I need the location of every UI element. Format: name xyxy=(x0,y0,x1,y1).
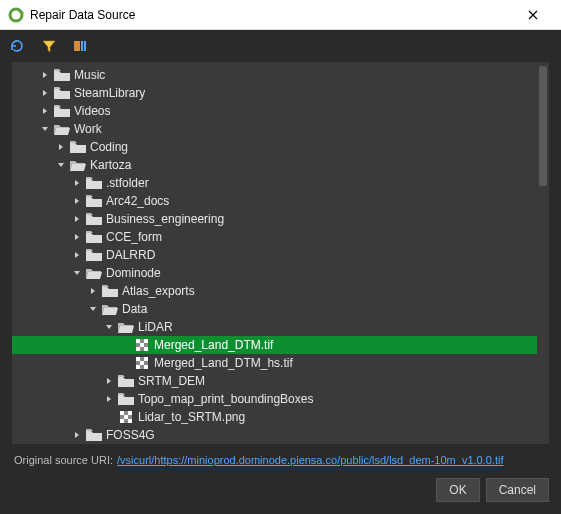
svg-rect-12 xyxy=(144,347,148,351)
svg-rect-21 xyxy=(144,365,148,369)
folder-icon xyxy=(86,176,102,190)
expand-arrow-closed-icon[interactable] xyxy=(40,70,50,80)
svg-rect-30 xyxy=(128,419,132,423)
scrollbar[interactable] xyxy=(539,66,547,440)
raster-icon xyxy=(134,356,150,370)
expand-arrow-closed-icon[interactable] xyxy=(56,142,66,152)
svg-rect-4 xyxy=(136,339,140,343)
expand-arrow-closed-icon[interactable] xyxy=(104,394,114,404)
tree-node-label: Dominode xyxy=(106,266,161,280)
expand-arrow-open-icon[interactable] xyxy=(56,160,66,170)
tree-node[interactable]: Work xyxy=(12,120,537,138)
expand-arrow-open-icon[interactable] xyxy=(72,268,82,278)
expand-arrow-closed-icon[interactable] xyxy=(72,196,82,206)
tree-node[interactable]: Videos xyxy=(12,102,537,120)
tree-node[interactable]: Lidar_to_SRTM.png xyxy=(12,408,537,426)
expand-arrow-open-icon[interactable] xyxy=(88,304,98,314)
window-title: Repair Data Source xyxy=(30,8,513,22)
cancel-button[interactable]: Cancel xyxy=(486,478,549,502)
tree-node[interactable]: Kartoza xyxy=(12,156,537,174)
expand-arrow-closed-icon[interactable] xyxy=(72,430,82,440)
svg-rect-10 xyxy=(136,347,140,351)
folder-icon xyxy=(70,140,86,154)
tree-node[interactable]: Topo_map_print_boundingBoxes xyxy=(12,390,537,408)
tree-node[interactable]: DALRRD xyxy=(12,246,537,264)
filter-button[interactable] xyxy=(40,37,58,55)
folder-icon xyxy=(54,86,70,100)
tree-node[interactable]: Music xyxy=(12,66,537,84)
svg-rect-25 xyxy=(120,415,124,419)
tree-node-label: SteamLibrary xyxy=(74,86,145,100)
tree-node[interactable]: FOSS4G xyxy=(12,426,537,444)
expand-arrow-open-icon[interactable] xyxy=(104,322,114,332)
svg-rect-9 xyxy=(144,343,148,347)
tree-node-label: Merged_Land_DTM_hs.tif xyxy=(154,356,293,370)
expand-arrow-closed-icon[interactable] xyxy=(72,250,82,260)
toolbar xyxy=(0,30,561,62)
svg-rect-18 xyxy=(144,361,148,365)
svg-rect-11 xyxy=(140,347,144,351)
scrollbar-thumb[interactable] xyxy=(539,66,547,186)
tree-node[interactable]: .stfolder xyxy=(12,174,537,192)
tree-node[interactable]: SRTM_DEM xyxy=(12,372,537,390)
tree-node[interactable]: Data xyxy=(12,300,537,318)
tree-node[interactable]: Business_engineering xyxy=(12,210,537,228)
footer-label: Original source URI: xyxy=(14,454,113,466)
tree-node-label: .stfolder xyxy=(106,176,149,190)
expand-arrow-closed-icon[interactable] xyxy=(72,178,82,188)
dialog-buttons: OK Cancel xyxy=(0,470,561,514)
svg-rect-16 xyxy=(136,361,140,365)
folder-open-icon xyxy=(54,122,70,136)
close-button[interactable] xyxy=(513,0,553,30)
expand-arrow-open-icon[interactable] xyxy=(40,124,50,134)
tree-node-label: Topo_map_print_boundingBoxes xyxy=(138,392,313,406)
svg-rect-13 xyxy=(136,357,140,361)
refresh-button[interactable] xyxy=(8,37,26,55)
tree-node[interactable]: Merged_Land_DTM.tif xyxy=(12,336,537,354)
svg-rect-24 xyxy=(128,411,132,415)
tree-node-label: Work xyxy=(74,122,102,136)
titlebar: Repair Data Source xyxy=(0,0,561,30)
folder-icon xyxy=(54,68,70,82)
tree-node-label: Merged_Land_DTM.tif xyxy=(154,338,273,352)
expand-arrow-closed-icon[interactable] xyxy=(88,286,98,296)
tree-node[interactable]: CCE_form xyxy=(12,228,537,246)
folder-open-icon xyxy=(70,158,86,172)
tree-node[interactable]: Atlas_exports xyxy=(12,282,537,300)
tree-node[interactable]: LiDAR xyxy=(12,318,537,336)
folder-icon xyxy=(102,284,118,298)
expand-arrow-closed-icon[interactable] xyxy=(104,376,114,386)
tree-node-label: Business_engineering xyxy=(106,212,224,226)
show-properties-button[interactable] xyxy=(72,37,90,55)
expand-arrow-closed-icon[interactable] xyxy=(40,88,50,98)
tree-node[interactable]: Coding xyxy=(12,138,537,156)
folder-open-icon xyxy=(102,302,118,316)
tree-node-label: Videos xyxy=(74,104,110,118)
tree-node[interactable]: Arc42_docs xyxy=(12,192,537,210)
expand-arrow-closed-icon[interactable] xyxy=(40,106,50,116)
folder-icon xyxy=(54,104,70,118)
tree-node-label: Coding xyxy=(90,140,128,154)
folder-open-icon xyxy=(118,320,134,334)
tree-node-label: Kartoza xyxy=(90,158,131,172)
ok-button[interactable]: OK xyxy=(436,478,479,502)
folder-icon xyxy=(118,392,134,406)
tree-node-label: Arc42_docs xyxy=(106,194,169,208)
expand-arrow-closed-icon[interactable] xyxy=(72,214,82,224)
tree-node[interactable]: Merged_Land_DTM_hs.tif xyxy=(12,354,537,372)
file-tree[interactable]: MusicSteamLibraryVideosWorkCodingKartoza… xyxy=(12,62,537,444)
source-uri-link[interactable]: /vsicurl/https://minioprod.dominode.pien… xyxy=(117,454,503,466)
svg-rect-15 xyxy=(144,357,148,361)
svg-rect-23 xyxy=(124,411,128,415)
folder-icon xyxy=(86,230,102,244)
tree-node[interactable]: SteamLibrary xyxy=(12,84,537,102)
expand-arrow-closed-icon[interactable] xyxy=(72,232,82,242)
folder-icon xyxy=(86,248,102,262)
folder-icon xyxy=(118,374,134,388)
folder-open-icon xyxy=(86,266,102,280)
tree-node[interactable]: Dominode xyxy=(12,264,537,282)
raster-icon xyxy=(134,338,150,352)
svg-rect-8 xyxy=(140,343,144,347)
tree-node-label: Music xyxy=(74,68,105,82)
svg-rect-28 xyxy=(120,419,124,423)
